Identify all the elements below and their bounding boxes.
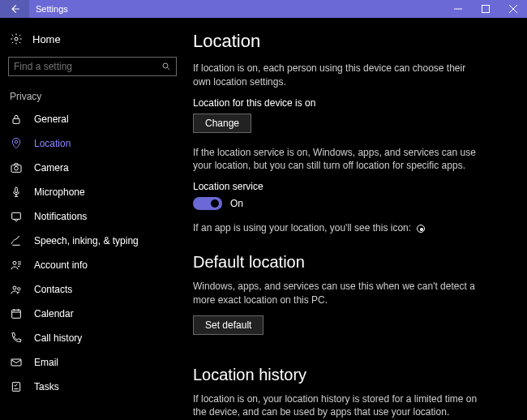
tasks-icon	[10, 380, 23, 393]
svg-point-6	[15, 166, 19, 170]
svg-rect-7	[15, 187, 18, 193]
toggle-state-label: On	[230, 198, 243, 209]
svg-rect-12	[12, 310, 21, 318]
device-status-label: Location for this device is on	[193, 97, 511, 109]
sidebar-item-speech[interactable]: Speech, inking, & typing	[0, 229, 185, 253]
content-pane: Location If location is on, each person …	[185, 18, 527, 420]
section-label: Privacy	[0, 88, 185, 107]
location-service-toggle[interactable]	[193, 197, 222, 210]
svg-point-9	[13, 261, 16, 264]
sidebar-item-account[interactable]: Account info	[0, 253, 185, 277]
calendar-icon	[10, 307, 23, 320]
page-title: Location	[193, 31, 511, 52]
contacts-icon	[10, 283, 23, 296]
svg-point-1	[15, 37, 18, 41]
sidebar-item-email[interactable]: Email	[0, 350, 185, 375]
maximize-button[interactable]	[472, 0, 499, 18]
search-icon	[161, 62, 171, 71]
svg-rect-8	[12, 212, 21, 219]
location-history-heading: Location history	[193, 366, 511, 384]
account-icon	[10, 259, 23, 272]
svg-point-4	[15, 140, 17, 143]
sidebar-item-tasks[interactable]: Tasks	[0, 375, 185, 399]
sidebar-item-label: Location	[34, 138, 71, 149]
sidebar-item-label: Calendar	[34, 308, 74, 319]
search-box[interactable]	[8, 57, 177, 76]
svg-rect-0	[482, 6, 490, 13]
location-in-use-icon	[417, 225, 425, 233]
back-button[interactable]	[0, 0, 29, 18]
svg-point-11	[18, 288, 20, 290]
arrow-left-icon	[9, 3, 20, 15]
phone-icon	[10, 332, 23, 345]
default-location-desc: Windows, apps, and services can use this…	[193, 280, 485, 307]
default-location-heading: Default location	[193, 253, 511, 272]
speech-icon	[10, 234, 23, 247]
svg-rect-14	[12, 383, 19, 392]
service-label: Location service	[193, 181, 511, 192]
sidebar-item-location[interactable]: Location	[0, 131, 185, 156]
sidebar-item-label: Account info	[34, 259, 88, 271]
icon-hint-text-inner: If an app is using your location, you'll…	[193, 222, 411, 234]
sidebar-item-microphone[interactable]: Microphone	[0, 180, 185, 204]
home-label: Home	[32, 33, 61, 45]
minimize-icon	[454, 5, 462, 13]
sidebar-item-label: Email	[34, 357, 58, 368]
sidebar-item-label: Camera	[34, 162, 69, 174]
set-default-button[interactable]: Set default	[193, 315, 264, 335]
sidebar-item-camera[interactable]: Camera	[0, 156, 185, 180]
window-controls	[444, 0, 527, 18]
sidebar-item-general[interactable]: General	[0, 107, 185, 131]
lock-icon	[10, 113, 23, 126]
location-intro-text: If location is on, each person using thi…	[193, 62, 485, 89]
app-title: Settings	[36, 4, 68, 14]
sidebar-item-label: Microphone	[34, 186, 85, 198]
sidebar-item-notifications[interactable]: Notifications	[0, 204, 185, 229]
sidebar-item-contacts[interactable]: Contacts	[0, 277, 185, 302]
service-desc-text: If the location service is on, Windows, …	[193, 146, 485, 174]
sidebar-item-label: General	[34, 114, 69, 125]
icon-hint-text: If an app is using your location, you'll…	[193, 221, 485, 235]
sidebar-item-label: Tasks	[34, 381, 59, 392]
search-input[interactable]	[14, 61, 161, 72]
sidebar-item-callhistory[interactable]: Call history	[0, 326, 185, 350]
svg-point-10	[13, 286, 16, 289]
change-button[interactable]: Change	[193, 114, 251, 133]
svg-rect-13	[11, 359, 21, 366]
sidebar: Home Privacy General Location Camera Mic…	[0, 18, 185, 420]
titlebar: Settings	[0, 0, 527, 18]
camera-icon	[10, 161, 23, 174]
location-icon	[10, 137, 23, 150]
sidebar-item-label: Speech, inking, & typing	[34, 235, 139, 246]
location-history-desc: If location is on, your location history…	[193, 392, 485, 420]
maximize-icon	[482, 5, 490, 13]
home-button[interactable]: Home	[0, 28, 185, 50]
sidebar-item-label: Call history	[34, 332, 82, 344]
gear-icon	[10, 32, 23, 45]
sidebar-item-calendar[interactable]: Calendar	[0, 302, 185, 326]
svg-point-2	[163, 63, 168, 68]
svg-rect-3	[13, 118, 19, 123]
microphone-icon	[10, 186, 23, 199]
notifications-icon	[10, 210, 23, 223]
email-icon	[10, 356, 23, 369]
sidebar-item-label: Contacts	[34, 284, 72, 295]
close-button[interactable]	[499, 0, 527, 18]
sidebar-item-label: Notifications	[34, 211, 87, 222]
minimize-button[interactable]	[444, 0, 472, 18]
close-icon	[509, 5, 517, 13]
